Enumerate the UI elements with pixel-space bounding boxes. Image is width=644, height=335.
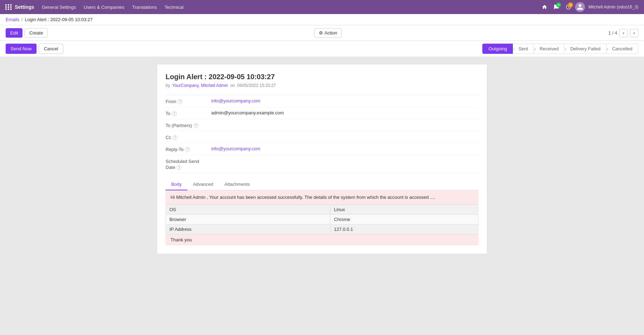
app-grid-button[interactable]	[4, 2, 13, 12]
nav-translations[interactable]: Translations	[129, 2, 160, 12]
action-bar-left: Edit Create	[6, 28, 47, 38]
status-bar: Send Now Cancel Outgoing Sent Received D…	[0, 41, 644, 57]
edit-button[interactable]: Edit	[6, 28, 22, 38]
home-button[interactable]	[539, 2, 550, 12]
field-cc: Cc ?	[166, 131, 478, 143]
field-to: To ? admin@yourcompany.example.com	[166, 107, 478, 119]
topbar: Settings General Settings Users & Compan…	[0, 0, 644, 14]
pagination-prev[interactable]: ‹	[619, 29, 628, 37]
create-button[interactable]: Create	[25, 28, 47, 38]
body-alert-text: Hi Mitchell Admin , Your account has bee…	[166, 190, 478, 204]
meta-author[interactable]: YourCompany, Mitchell Admin	[172, 83, 228, 88]
pagination-text: 1 / 4	[608, 30, 617, 36]
meta-by: by	[166, 83, 170, 88]
avatar[interactable]	[575, 2, 585, 12]
topbar-right: 5 2 Mitchell Admin (odoo16_3)	[539, 2, 640, 12]
table-row: OSLinux	[166, 204, 478, 214]
email-card: Login Alert : 2022-09-05 10:03:27 by You…	[157, 64, 487, 254]
reply-to-help-icon[interactable]: ?	[185, 147, 190, 152]
table-cell-value: Chrome	[330, 214, 478, 224]
table-row: BrowserChrome	[166, 214, 478, 224]
tab-cancelled[interactable]: Cancelled	[606, 44, 638, 54]
email-title: Login Alert : 2022-09-05 10:03:27	[166, 73, 478, 81]
meta-date: 09/05/2022 15:33:27	[237, 83, 276, 88]
field-scheduled-date-label: Scheduled Send Date ?	[166, 158, 211, 170]
breadcrumb: Emails / Login Alert : 2022-09-05 10:03:…	[0, 14, 644, 25]
field-to-partners: To (Partners) ?	[166, 119, 478, 131]
field-from: From ? info@yourcompany.com	[166, 95, 478, 107]
messages-badge: 5	[556, 2, 561, 7]
breadcrumb-separator: /	[21, 17, 23, 22]
tab-attachments[interactable]: Attachments	[219, 179, 255, 190]
table-cell-value: 127.0.0.1	[330, 224, 478, 234]
nav-users-companies[interactable]: Users & Companies	[80, 2, 128, 12]
table-cell-key: Browser	[166, 214, 330, 224]
field-to-label: To ?	[166, 110, 211, 116]
to-help-icon[interactable]: ?	[172, 111, 177, 116]
body-tabs: Body Advanced Attachments	[166, 179, 478, 190]
field-cc-label: Cc ?	[166, 134, 211, 140]
grid-icon	[5, 4, 12, 10]
field-reply-to-label: Reply-To ?	[166, 146, 211, 152]
meta-on: on	[230, 83, 235, 88]
tab-delivery-failed[interactable]: Delivery Failed	[565, 44, 606, 54]
field-to-value[interactable]: admin@yourcompany.example.com	[211, 110, 478, 115]
app-name: Settings	[15, 4, 34, 10]
breadcrumb-parent[interactable]: Emails	[6, 17, 19, 22]
tab-outgoing[interactable]: Outgoing	[482, 44, 513, 54]
messages-button[interactable]: 5	[551, 2, 562, 12]
breadcrumb-current: Login Alert : 2022-09-05 10:03:27	[25, 17, 93, 22]
top-nav: General Settings Users & Companies Trans…	[38, 2, 538, 12]
nav-general-settings[interactable]: General Settings	[38, 2, 79, 12]
field-reply-to: Reply-To ? info@yourcompany.com	[166, 143, 478, 155]
main-content: Login Alert : 2022-09-05 10:03:27 by You…	[0, 57, 644, 335]
scheduled-date-help-icon[interactable]: ?	[176, 165, 181, 170]
field-reply-to-value[interactable]: info@yourcompany.com	[211, 146, 478, 151]
tab-received[interactable]: Received	[534, 44, 565, 54]
gear-icon: ⚙	[319, 30, 323, 36]
clock-badge: 2	[568, 2, 573, 7]
pagination-next[interactable]: ›	[630, 29, 638, 37]
status-tabs: Outgoing Sent Received Delivery Failed C…	[482, 44, 638, 54]
to-partners-help-icon[interactable]: ?	[193, 123, 198, 128]
field-to-partners-label: To (Partners) ?	[166, 122, 211, 128]
email-body: Hi Mitchell Admin , Your account has bee…	[166, 190, 478, 245]
cc-help-icon[interactable]: ?	[173, 135, 178, 140]
table-cell-key: OS	[166, 204, 330, 214]
tab-body[interactable]: Body	[166, 179, 187, 190]
table-row: IP Address127.0.0.1	[166, 224, 478, 234]
user-name[interactable]: Mitchell Admin (odoo16_3)	[586, 3, 640, 11]
body-table: OSLinuxBrowserChromeIP Address127.0.0.1	[166, 204, 478, 234]
field-from-value[interactable]: info@yourcompany.com	[211, 98, 478, 103]
tab-advanced[interactable]: Advanced	[187, 179, 219, 190]
clock-button[interactable]: 2	[563, 2, 574, 12]
table-cell-key: IP Address	[166, 224, 330, 234]
pagination: 1 / 4 ‹ ›	[608, 29, 638, 37]
tab-sent[interactable]: Sent	[513, 44, 534, 54]
email-meta: by YourCompany, Mitchell Admin on 09/05/…	[166, 83, 478, 88]
cancel-button[interactable]: Cancel	[39, 44, 63, 54]
thank-you-text: Thank you	[166, 234, 478, 245]
status-bar-left: Send Now Cancel	[6, 44, 63, 54]
table-cell-value: Linux	[330, 204, 478, 214]
action-button[interactable]: ⚙ Action	[314, 28, 342, 38]
field-from-label: From ?	[166, 98, 211, 104]
send-now-button[interactable]: Send Now	[6, 44, 37, 54]
action-button-label: Action	[324, 30, 337, 36]
email-fields: From ? info@yourcompany.com To ? admin@y…	[166, 95, 478, 173]
action-bar: Edit Create ⚙ Action 1 / 4 ‹ ›	[0, 25, 644, 41]
nav-technical[interactable]: Technical	[161, 2, 187, 12]
field-scheduled-date: Scheduled Send Date ?	[166, 155, 478, 173]
from-help-icon[interactable]: ?	[178, 99, 182, 104]
